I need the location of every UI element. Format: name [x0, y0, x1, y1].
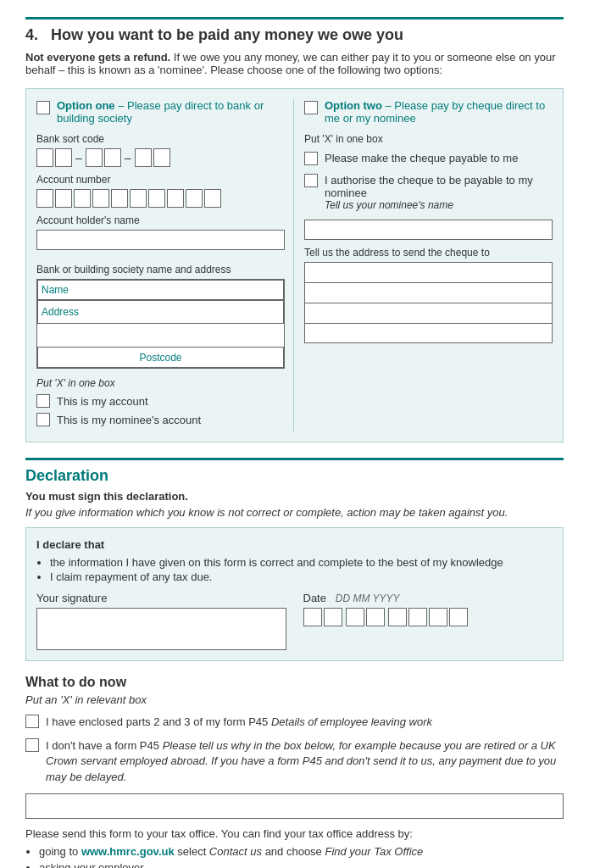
date-placeholder: DD MM YYYY: [336, 593, 400, 604]
declaration-list: the information I have given on this for…: [50, 556, 553, 583]
date-month-1[interactable]: [346, 608, 364, 626]
what-checkbox-2[interactable]: [25, 738, 39, 752]
option-two-bold: Option two: [325, 99, 382, 112]
what-item2-text: I don't have a form P45: [46, 739, 159, 752]
sort-digit-5[interactable]: [135, 148, 152, 167]
send-bullet1-end: and choose: [262, 845, 325, 858]
acct-digit-8[interactable]: [167, 189, 184, 208]
payable-to-me-label: Please make the cheque payable to me: [325, 152, 518, 164]
reason-input[interactable]: [25, 793, 564, 819]
date-month-2[interactable]: [366, 608, 385, 626]
sort-group-1: [36, 148, 72, 167]
nominee-account-label: This is my nominee's account: [57, 414, 201, 426]
sort-digit-1[interactable]: [36, 148, 53, 167]
date-month-group: [346, 608, 385, 626]
send-bullet1-italic2: Find your Tax Office: [325, 845, 423, 858]
acct-digit-4[interactable]: [92, 189, 109, 208]
acct-digit-5[interactable]: [111, 189, 128, 208]
acct-digit-10[interactable]: [204, 189, 221, 208]
acct-digit-9[interactable]: [186, 189, 203, 208]
address-row-2[interactable]: [304, 282, 553, 303]
declaration-title: Declaration: [25, 458, 564, 485]
put-x-label-one: Put 'X' in one box: [36, 377, 285, 389]
what-checkbox-1[interactable]: [25, 715, 39, 728]
signature-input[interactable]: [36, 608, 286, 650]
sort-digit-3[interactable]: [86, 148, 103, 167]
send-bullet1-italic: Contact us: [209, 845, 262, 858]
date-day-2[interactable]: [324, 608, 342, 626]
option-two-header: Option two – Please pay by cheque direct…: [304, 99, 553, 125]
nominee-name-input[interactable]: [304, 220, 553, 240]
date-year-2[interactable]: [408, 608, 427, 626]
declaration-box: I declare that the information I have gi…: [25, 527, 564, 661]
account-holder-label: Account holder's name: [36, 214, 285, 226]
address-row-1[interactable]: [304, 262, 553, 282]
option-two-checkbox[interactable]: [304, 101, 318, 114]
sort-digit-2[interactable]: [55, 148, 72, 167]
address-row-3[interactable]: [304, 303, 553, 323]
nominee-account-row: This is my nominee's account: [36, 413, 285, 426]
option-one-header: Option one – Please pay direct to bank o…: [36, 99, 285, 125]
what-subtitle: Put an 'X' in relevant box: [25, 693, 564, 706]
what-to-do-section: What to do now Put an 'X' in relevant bo…: [25, 675, 564, 868]
account-number-row: [36, 189, 285, 208]
date-year-1[interactable]: [388, 608, 407, 626]
authorise-nominee-text: I authorise the cheque to be payable to …: [325, 174, 553, 199]
what-item1-text: I have enclosed parts 2 and 3 of my form…: [46, 715, 268, 728]
bank-address-box: [36, 279, 285, 369]
nominee-account-checkbox[interactable]: [36, 413, 50, 426]
date-year-3[interactable]: [429, 608, 447, 626]
what-item1-italic: Details of employee leaving work: [271, 715, 432, 728]
date-year-group: [388, 608, 468, 626]
bank-address-input[interactable]: [37, 300, 284, 324]
acct-digit-7[interactable]: [148, 189, 165, 208]
authorise-nominee-row: I authorise the cheque to be payable to …: [304, 174, 553, 211]
send-bullet1-rest: select: [175, 845, 209, 858]
acct-digit-3[interactable]: [74, 189, 91, 208]
date-label: Date DD MM YYYY: [303, 592, 553, 604]
signature-column: Your signature: [36, 592, 286, 650]
account-holder-input[interactable]: [36, 230, 285, 250]
declaration-subtitle: You must sign this declaration.: [25, 490, 564, 503]
date-day-group: [303, 608, 342, 626]
authorise-nominee-checkbox[interactable]: [304, 174, 318, 187]
option-one-bold: Option one: [57, 99, 115, 112]
bank-name-input[interactable]: [37, 280, 284, 300]
what-item-2: I don't have a form P45 Please tell us w…: [25, 738, 564, 785]
date-boxes-row: [303, 608, 553, 626]
my-account-row: This is my account: [36, 394, 285, 408]
payable-to-me-row: Please make the cheque payable to me: [304, 152, 553, 165]
date-column: Date DD MM YYYY: [303, 592, 553, 626]
bank-postcode-input[interactable]: [37, 348, 284, 368]
date-year-4[interactable]: [449, 608, 468, 626]
payable-to-me-checkbox[interactable]: [304, 152, 318, 165]
declaration-bullet-1: the information I have given on this for…: [50, 556, 553, 569]
what-item-1: I have enclosed parts 2 and 3 of my form…: [25, 715, 564, 730]
send-list: going to www.hmrc.gov.uk select Contact …: [39, 845, 564, 868]
declaration-warning: If you give information which you know i…: [25, 506, 564, 519]
intro-bold: Not everyone gets a refund.: [25, 51, 170, 64]
options-container: Option one – Please pay direct to bank o…: [25, 88, 564, 442]
option-one-checkbox[interactable]: [36, 101, 50, 114]
address-row-4[interactable]: [304, 323, 553, 343]
send-text: Please send this form to your tax office…: [25, 827, 564, 840]
tell-address-label: Tell us the address to send the cheque t…: [304, 247, 553, 259]
bank-address-label: Bank or building society name and addres…: [36, 264, 285, 275]
what-text-2: I don't have a form P45 Please tell us w…: [46, 738, 564, 785]
acct-digit-1[interactable]: [36, 189, 53, 208]
send-bullet-1: going to www.hmrc.gov.uk select Contact …: [39, 845, 564, 858]
date-label-text: Date: [303, 592, 326, 604]
section-title: 4. How you want to be paid any money we …: [25, 17, 564, 44]
sort-group-2: [86, 148, 121, 167]
declaration-bullet-2: I claim repayment of any tax due.: [50, 570, 553, 583]
date-day-1[interactable]: [303, 608, 322, 626]
sort-digit-4[interactable]: [104, 148, 121, 167]
send-bullet-2: asking your employer.: [39, 861, 564, 868]
my-account-checkbox[interactable]: [36, 394, 50, 408]
acct-digit-6[interactable]: [130, 189, 147, 208]
send-bullet1-prefix: going to: [39, 845, 81, 858]
acct-digit-2[interactable]: [55, 189, 72, 208]
send-bullet1-link[interactable]: www.hmrc.gov.uk: [81, 845, 175, 858]
sort-digit-6[interactable]: [153, 148, 170, 167]
declaration-section: Declaration You must sign this declarati…: [25, 458, 564, 661]
